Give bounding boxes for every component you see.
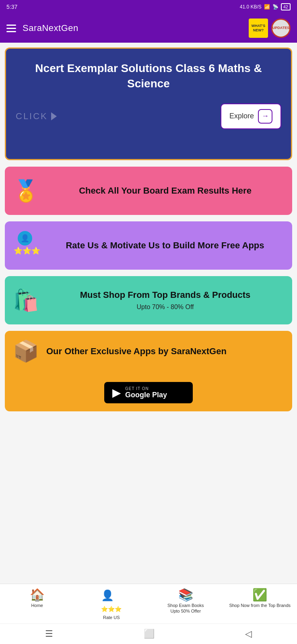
board-exam-card[interactable]: 🏅 Check All Your Board Exam Results Here <box>5 167 292 215</box>
updates-badge[interactable]: UPDATES <box>271 19 291 38</box>
speed-indicator: 41.0 KB/S <box>240 4 262 10</box>
explore-arrow-icon: → <box>258 109 272 124</box>
shop-icon: 🛍️ <box>13 288 39 313</box>
system-nav-bar: ☰ ⬜ ◁ <box>0 623 297 644</box>
hamburger-menu[interactable] <box>6 25 16 32</box>
rate-us-icon: 👤 ⭐⭐⭐ <box>13 231 39 260</box>
app-header: SaraNextGen WHAT'S NEW? UPDATES <box>0 14 297 43</box>
status-right: 41.0 KB/S 📶 📡 42 <box>240 3 291 10</box>
nav-rate-label: Rate US <box>103 615 120 620</box>
status-time: 5:37 <box>6 4 17 10</box>
whats-new-badge[interactable]: WHAT'S NEW? <box>249 19 268 38</box>
board-exam-text: Check All Your Board Exam Results Here <box>46 185 284 197</box>
click-arrow-icon <box>51 112 57 120</box>
nav-rate-us[interactable]: 👤 ⭐⭐⭐ Rate US <box>74 587 149 622</box>
home-icon: 🏠 <box>30 589 45 601</box>
other-apps-text: Our Other Exclusive Apps by SaraNextGen <box>46 345 284 357</box>
app-title: SaraNextGen <box>23 23 242 33</box>
hero-banner[interactable]: Ncert Exemplar Solutions Class 6 Maths &… <box>5 47 292 160</box>
other-apps-card[interactable]: 📦 Our Other Exclusive Apps by SaraNextGe… <box>5 331 292 411</box>
google-play-button[interactable]: ▶ GET IT ON Google Play <box>104 382 193 403</box>
wifi-icon: 📶 <box>264 4 270 10</box>
shop-brands-icon: ✅ <box>252 589 267 601</box>
shop-books-icon: 📚 <box>178 589 193 601</box>
rate-us-text: Rate Us & Motivate Us to Build More Free… <box>46 239 284 252</box>
system-home-icon[interactable]: ⬜ <box>144 629 155 639</box>
main-content: Ncert Exemplar Solutions Class 6 Maths &… <box>0 43 297 584</box>
status-bar: 5:37 41.0 KB/S 📶 📡 42 <box>0 0 297 14</box>
explore-button[interactable]: Explore → <box>221 103 281 129</box>
nav-shop-brands[interactable]: ✅ Shop Now from the Top Brands <box>223 587 297 622</box>
board-exam-icon: 🏅 <box>13 179 39 203</box>
signal-icon: 📡 <box>272 4 278 10</box>
battery-icon: 42 <box>281 3 291 10</box>
system-back-icon[interactable]: ◁ <box>245 629 252 639</box>
google-play-text: GET IT ON Google Play <box>125 386 167 399</box>
nav-shop-books-label: Shop Exam BooksUpto 50% Offer <box>167 603 204 614</box>
nav-shop-books[interactable]: 📚 Shop Exam BooksUpto 50% Offer <box>148 587 223 622</box>
shop-text: Must Shop From Top Brands & Products Upt… <box>46 289 284 311</box>
header-icons: WHAT'S NEW? UPDATES <box>249 19 291 38</box>
shop-card[interactable]: 🛍️ Must Shop From Top Brands & Products … <box>5 276 292 324</box>
nav-home-label: Home <box>31 603 43 608</box>
rate-us-card[interactable]: 👤 ⭐⭐⭐ Rate Us & Motivate Us to Build Mor… <box>5 221 292 270</box>
system-menu-icon[interactable]: ☰ <box>45 629 53 639</box>
other-apps-icon: 📦 <box>13 339 39 363</box>
click-label: CLICK <box>16 111 57 122</box>
rate-us-nav-icon: 👤 ⭐⭐⭐ <box>101 589 122 613</box>
hero-bottom: CLICK Explore → <box>16 103 281 129</box>
nav-shop-brands-label: Shop Now from the Top Brands <box>229 603 291 608</box>
bottom-navigation: 🏠 Home 👤 ⭐⭐⭐ Rate US 📚 Shop Exam BooksUp… <box>0 584 297 623</box>
shop-sub: Upto 70% - 80% Off <box>46 303 284 312</box>
nav-home[interactable]: 🏠 Home <box>0 587 74 622</box>
google-play-icon: ▶ <box>112 386 121 399</box>
hero-title: Ncert Exemplar Solutions Class 6 Maths &… <box>16 61 281 91</box>
